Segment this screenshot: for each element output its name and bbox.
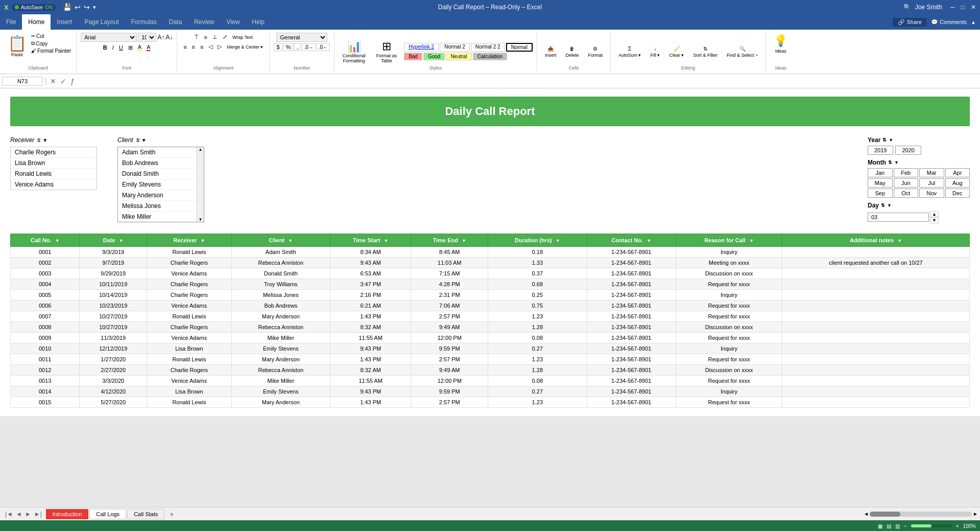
- th-notes-filter-icon[interactable]: ▼: [897, 238, 902, 243]
- cell-5-7[interactable]: 1-234-567-8901: [587, 301, 676, 311]
- cell-11-7[interactable]: 1-234-567-8901: [587, 365, 676, 376]
- find-select-button[interactable]: 🔍 Find & Select ~: [723, 44, 761, 59]
- cell-7-9[interactable]: [782, 322, 970, 333]
- view-break-button[interactable]: ▥: [895, 523, 900, 529]
- month-apr-button[interactable]: Apr: [945, 168, 970, 177]
- cell-9-2[interactable]: Lisa Brown: [147, 343, 231, 354]
- cell-4-0[interactable]: 0005: [11, 290, 80, 301]
- cell-6-8[interactable]: Request for xxxx: [676, 311, 782, 322]
- cell-6-4[interactable]: 1:43 PM: [330, 311, 411, 322]
- cell-0-5[interactable]: 8:45 AM: [411, 247, 488, 258]
- cell-4-1[interactable]: 10/14/2019: [80, 290, 147, 301]
- align-middle-button[interactable]: ≡: [202, 33, 209, 41]
- autosave-badge[interactable]: AutoSave ON: [12, 4, 56, 11]
- sort-filter-button[interactable]: ⇅ Sort & Filter: [689, 44, 721, 59]
- cell-5-2[interactable]: Venice Adams: [147, 301, 231, 311]
- th-contact-filter-icon[interactable]: ▼: [647, 238, 651, 243]
- day-input[interactable]: [868, 213, 929, 222]
- day-filter-icon[interactable]: ▼: [887, 203, 892, 208]
- month-jun-button[interactable]: Jun: [894, 178, 919, 188]
- cell-4-3[interactable]: Melissa Jones: [231, 290, 330, 301]
- cell-12-1[interactable]: 3/3/2020: [80, 376, 147, 386]
- normal-style[interactable]: Normal: [506, 43, 533, 52]
- cell-5-3[interactable]: Bob Andrews: [231, 301, 330, 311]
- tab-file[interactable]: File: [0, 14, 22, 30]
- cell-3-6[interactable]: 0.68: [488, 279, 587, 290]
- scroll-left-button[interactable]: ◄: [864, 511, 869, 517]
- cell-3-8[interactable]: Request for xxxx: [676, 279, 782, 290]
- neutral-style[interactable]: Neutral: [446, 53, 471, 60]
- hyperlink2-style[interactable]: Hyperlink 2: [404, 43, 439, 52]
- cell-8-5[interactable]: 12:00 PM: [411, 333, 488, 343]
- month-nov-button[interactable]: Nov: [919, 189, 944, 198]
- cell-9-8[interactable]: Inquiry: [676, 343, 782, 354]
- cell-13-7[interactable]: 1-234-567-8901: [587, 386, 676, 397]
- tab-help[interactable]: Help: [246, 14, 271, 30]
- cell-0-9[interactable]: [782, 247, 970, 258]
- cell-1-8[interactable]: Meeting on xxxx: [676, 258, 782, 268]
- cell-6-9[interactable]: [782, 311, 970, 322]
- cell-13-6[interactable]: 0.27: [488, 386, 587, 397]
- client-item-5[interactable]: Melissa Jones: [118, 201, 204, 212]
- cell-14-4[interactable]: 1:43 PM: [330, 397, 411, 408]
- th-receiver-filter-icon[interactable]: ▼: [200, 238, 205, 243]
- cell-0-4[interactable]: 8:34 AM: [330, 247, 411, 258]
- cell-9-1[interactable]: 12/12/2019: [80, 343, 147, 354]
- cell-0-6[interactable]: 0.18: [488, 247, 587, 258]
- add-sheet-button[interactable]: +: [165, 509, 178, 520]
- month-may-button[interactable]: May: [868, 178, 893, 188]
- cell-4-6[interactable]: 0.25: [488, 290, 587, 301]
- cell-1-7[interactable]: 1-234-567-8901: [587, 258, 676, 268]
- normal22-style[interactable]: Normal 2 2: [471, 43, 505, 52]
- format-painter-button[interactable]: 🖌 Format Painter: [30, 48, 72, 54]
- border-button[interactable]: ⊞: [126, 43, 135, 52]
- nav-next-sheet[interactable]: ►: [24, 510, 32, 519]
- cell-1-3[interactable]: Rebecca Anniston: [231, 258, 330, 268]
- cell-7-4[interactable]: 8:32 AM: [330, 322, 411, 333]
- cell-5-4[interactable]: 6:21 AM: [330, 301, 411, 311]
- paste-button[interactable]: 📋 Paste: [4, 33, 30, 59]
- good-style[interactable]: Good: [423, 53, 445, 60]
- nav-first-sheet[interactable]: |◄: [4, 510, 14, 519]
- tab-insert[interactable]: Insert: [51, 14, 78, 30]
- year-2020-button[interactable]: 2020: [895, 146, 921, 155]
- scroll-right-button[interactable]: ►: [973, 511, 978, 517]
- cell-14-5[interactable]: 2:57 PM: [411, 397, 488, 408]
- cell-5-6[interactable]: 0.75: [488, 301, 587, 311]
- cell-6-7[interactable]: 1-234-567-8901: [587, 311, 676, 322]
- cell-3-0[interactable]: 0004: [11, 279, 80, 290]
- cell-8-0[interactable]: 0009: [11, 333, 80, 343]
- cell-3-5[interactable]: 4:28 PM: [411, 279, 488, 290]
- cell-13-8[interactable]: Inquiry: [676, 386, 782, 397]
- cell-12-4[interactable]: 11:55 AM: [330, 376, 411, 386]
- cell-4-4[interactable]: 2:16 PM: [330, 290, 411, 301]
- save-icon[interactable]: 💾: [63, 3, 71, 11]
- cell-1-1[interactable]: 9/7/2019: [80, 258, 147, 268]
- tab-data[interactable]: Data: [163, 14, 188, 30]
- cell-2-2[interactable]: Venice Adams: [147, 268, 231, 279]
- cell-7-8[interactable]: Discussion on xxxx: [676, 322, 782, 333]
- receiver-item-3[interactable]: Venice Adams: [11, 179, 97, 190]
- restore-icon[interactable]: □: [961, 4, 965, 11]
- month-mar-button[interactable]: Mar: [919, 168, 944, 177]
- align-top-button[interactable]: ⊤: [192, 33, 201, 41]
- merge-center-button[interactable]: Merge & Center ▾: [225, 42, 265, 51]
- cell-11-3[interactable]: Rebecca Anniston: [231, 365, 330, 376]
- indent-decrease-button[interactable]: ◁: [206, 42, 214, 51]
- tab-formulas[interactable]: Formulas: [125, 14, 163, 30]
- cell-10-3[interactable]: Mary Anderson: [231, 354, 330, 365]
- cell-13-9[interactable]: [782, 386, 970, 397]
- receiver-sort-icon[interactable]: ⇅: [36, 137, 40, 143]
- align-right-button[interactable]: ≡: [198, 42, 205, 51]
- fill-color-button[interactable]: A: [136, 43, 144, 52]
- cell-9-4[interactable]: 9:43 PM: [330, 343, 411, 354]
- cell-12-5[interactable]: 12:00 PM: [411, 376, 488, 386]
- cell-11-0[interactable]: 0012: [11, 365, 80, 376]
- cell-2-0[interactable]: 0003: [11, 268, 80, 279]
- format-button[interactable]: ⚙ Format: [584, 44, 606, 59]
- cell-14-6[interactable]: 1.23: [488, 397, 587, 408]
- minimize-icon[interactable]: ─: [950, 4, 955, 11]
- undo-icon[interactable]: ↩: [75, 3, 81, 11]
- cell-7-6[interactable]: 1.28: [488, 322, 587, 333]
- cell-0-7[interactable]: 1-234-567-8901: [587, 247, 676, 258]
